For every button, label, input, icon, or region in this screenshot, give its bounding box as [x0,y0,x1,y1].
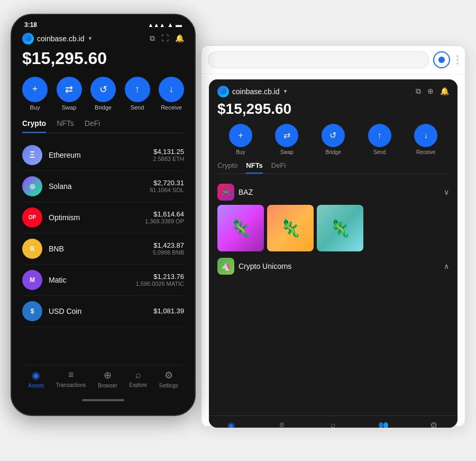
usdc-values: $1,081.39 [153,307,184,315]
nft-collection-cu-info: 🦄 Crypto Unicorns [217,258,291,275]
home-indicator [82,399,124,401]
phone-nav-explore[interactable]: ⌕ Explore [129,369,147,388]
crypto-item-op[interactable]: OP Optimism $1,614.64 1,368.3389 OP [22,202,184,233]
crypto-item-eth[interactable]: Ξ Ethereum $4,131.25 2.5883 ETH [22,140,184,171]
nft-collection-crypto-unicorns: 🦄 Crypto Unicorns ∧ [217,258,449,275]
phone-crypto-list: Ξ Ethereum $4,131.25 2.5883 ETH ◎ Solana… [22,140,184,365]
ibp-wallet-id[interactable]: 🔵 coinbase.cb.id ▼ [217,86,288,97]
nft-baz-2[interactable]: 🦎 [267,205,314,251]
crypto-item-sol[interactable]: ◎ Solana $2,720.31 81.1064 SOL [22,171,184,202]
record-button-inner [438,57,445,63]
dot-1 [456,55,459,57]
phone-tab-nfts[interactable]: NFTs [57,119,74,133]
phone-browser-icon: ⊕ [104,369,112,381]
nft-collection-baz-header[interactable]: 🎮 BAZ ∨ [217,184,449,201]
phone-header-icons: ⧉ ⛶ 🔔 [150,34,184,43]
phone-nav-assets[interactable]: ◉ Assets [28,369,44,388]
phone-receive-icon: ↓ [159,77,184,102]
bell-icon[interactable]: 🔔 [440,87,449,96]
phone-send-button[interactable]: ↑ Send [125,77,150,111]
phone-nav-browser[interactable]: ⊕ Browser [98,369,117,388]
phone-nav-browser-label: Browser [98,383,117,388]
ibp-bridge-button[interactable]: ↺ Bridge [322,124,345,155]
phone-nav-transactions[interactable]: ≡ Transactions [56,369,86,388]
sol-amount: 81.1064 SOL [150,187,184,193]
phone-content: 🔵 coinbase.cb.id ▼ ⧉ ⛶ 🔔 $15,295.60 + Bu… [12,29,195,405]
crypto-item-matic[interactable]: M Matic $1,213.76 1,596.0026 MATIC [22,265,184,296]
ibp-receive-label: Receive [416,149,435,155]
phone-bridge-button[interactable]: ↺ Bridge [90,77,116,111]
phone-nav-settings[interactable]: ⚙ Settings [159,369,178,388]
nft-baz-3-image: 🦎 [317,205,363,251]
ibp-send-button[interactable]: ↑ Send [368,124,391,155]
phone-bell-icon[interactable]: 🔔 [175,34,184,43]
phone-buy-button[interactable]: + Buy [22,77,48,111]
nft-collection-cu-header[interactable]: 🦄 Crypto Unicorns ∧ [217,258,449,275]
phone-bridge-label: Bridge [95,104,112,111]
dot-3 [456,62,459,65]
ibp-nav-assets[interactable]: ◉ Assets [224,420,238,428]
phone-time: 3:18 [24,21,37,29]
op-icon: OP [22,207,42,228]
ibp-tab-crypto[interactable]: Crypto [217,161,237,174]
phone-nav-assets-label: Assets [28,383,44,388]
ibp-nav-community[interactable]: 👥 Community [371,420,396,428]
ibp-swap-button[interactable]: ⇄ Swap [275,124,298,155]
phone-wallet-id[interactable]: 🔵 coinbase.cb.id ▼ [22,33,93,44]
phone-receive-button[interactable]: ↓ Receive [159,77,184,111]
nft-collection-baz: 🎮 BAZ ∨ 🦎 🦎 🦎 [217,184,449,251]
phone-explore-icon: ⌕ [135,369,141,381]
status-icons: ▲▲▲ ▲ ▬ [148,21,182,29]
scene: 🔵 coinbase.cb.id ▼ ⧉ ⊕ 🔔 $15,295.60 + Bu… [11,14,465,448]
phone-mockup: 3:18 ▲▲▲ ▲ ▬ 🔵 coinbase.cb.id ▼ ⧉ ⛶ 🔔 [11,14,196,416]
phone-nav-transactions-label: Transactions [56,382,86,388]
assets-icon: ◉ [227,420,235,428]
browser-address-bar[interactable] [208,51,429,68]
crypto-item-bnb[interactable]: B BNB $1,423.87 5.0998 BNB [22,233,184,265]
nft-baz-1-image: 🦎 [217,205,264,251]
phone-buy-label: Buy [30,104,40,111]
copy-icon[interactable]: ⧉ [416,87,421,96]
browser-record-button[interactable] [433,51,450,68]
cu-avatar: 🦄 [217,258,234,275]
community-icon: 👥 [378,420,389,428]
cu-chevron[interactable]: ∧ [444,262,449,270]
globe-icon[interactable]: ⊕ [427,87,434,96]
matic-name: Matic [49,276,135,284]
nft-baz-1[interactable]: 🦎 [217,205,264,251]
usdc-usd: $1,081.39 [153,307,184,315]
eth-name: Ethereum [49,151,153,159]
phone-expand-icon[interactable]: ⛶ [161,34,169,43]
op-amount: 1,368.3389 OP [145,218,184,224]
phone-action-buttons: + Buy ⇄ Swap ↺ Bridge ↑ Send ↓ Receive [22,77,184,111]
ibp-nav-transactions[interactable]: ≡ Transactions [268,420,295,428]
ibp-send-label: Send [373,149,386,155]
ibp-nav-settings[interactable]: ⚙ Settings [425,420,443,428]
ibp-tab-defi[interactable]: DeFi [271,161,286,174]
phone-tab-crypto[interactable]: Crypto [22,119,46,133]
ibp-wallet-avatar: 🔵 [217,86,229,97]
explore-icon: ⌕ [331,420,336,428]
phone-assets-icon: ◉ [32,369,40,381]
ibp-nav-explore[interactable]: ⌕ Explore [325,420,342,428]
ibp-tabs: Crypto NFTs DeFi [217,161,449,174]
phone-bottom-nav: ◉ Assets ≡ Transactions ⊕ Browser ⌕ Expl… [22,365,184,397]
nft-baz-3[interactable]: 🦎 [317,205,363,251]
phone-receive-label: Receive [161,104,182,111]
ibp-tab-nfts[interactable]: NFTs [246,161,263,174]
ibp-action-buttons: + Buy ⇄ Swap ↺ Bridge ↑ Send [217,124,449,155]
ibp-send-icon: ↑ [368,124,391,147]
usdc-name: USD Coin [49,307,153,315]
wifi-icon: ▲ [167,21,173,29]
phone-swap-button[interactable]: ⇄ Swap [57,77,82,111]
ibp-buy-button[interactable]: + Buy [229,124,252,155]
crypto-item-usdc[interactable]: $ USD Coin $1,081.39 [22,296,184,327]
eth-usd: $4,131.25 [153,148,184,156]
op-usd: $1,614.64 [145,210,184,218]
phone-balance: $15,295.60 [22,49,184,68]
baz-chevron[interactable]: ∨ [444,188,449,196]
browser-more-options[interactable] [454,55,459,65]
phone-copy-icon[interactable]: ⧉ [150,34,155,43]
ibp-receive-button[interactable]: ↓ Receive [414,124,437,155]
phone-tab-defi[interactable]: DeFi [85,119,100,133]
